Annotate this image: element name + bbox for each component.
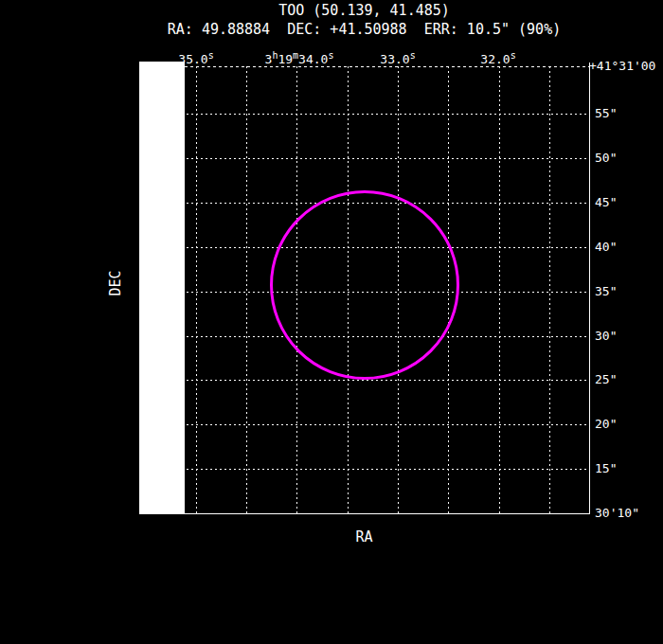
finding-chart: TOO (50.139, 41.485) RA: 49.88884 DEC: +… bbox=[0, 0, 663, 644]
y-tick-label: 25" bbox=[595, 373, 617, 386]
plot-frame-top bbox=[139, 66, 589, 67]
plot-frame-right bbox=[589, 63, 590, 514]
y-tick-label: 30'10" bbox=[595, 507, 639, 520]
grid-line-vertical bbox=[246, 66, 247, 513]
error-circle bbox=[270, 190, 459, 380]
y-tick-label: 40" bbox=[595, 241, 617, 254]
grid-line-horizontal bbox=[139, 114, 589, 115]
grid-line-vertical bbox=[549, 66, 550, 513]
y-tick-label: 55" bbox=[595, 107, 617, 120]
image-nodata-band bbox=[139, 62, 185, 514]
x-axis-title: RA bbox=[139, 528, 589, 546]
y-tick-label: 35" bbox=[595, 285, 617, 298]
y-tick-label: 30" bbox=[595, 330, 617, 343]
grid-line-vertical bbox=[196, 66, 197, 513]
grid-line-vertical bbox=[499, 66, 500, 513]
chart-title: TOO (50.139, 41.485) bbox=[139, 2, 589, 19]
plot-frame-bottom bbox=[139, 513, 590, 514]
x-tick-label-33s: 33.0s bbox=[380, 48, 415, 66]
y-tick-label: +41°31'00 bbox=[589, 60, 655, 73]
grid-line-horizontal bbox=[139, 380, 589, 381]
grid-line-horizontal bbox=[139, 158, 589, 159]
x-tick-label-3h19m34s: 3h19m34.0s bbox=[265, 48, 334, 66]
y-tick-label: 15" bbox=[595, 462, 617, 475]
chart-subtitle: RA: 49.88884 DEC: +41.50988 ERR: 10.5" (… bbox=[139, 21, 589, 38]
grid-line-horizontal bbox=[139, 469, 589, 470]
y-axis-title: DEC bbox=[107, 262, 124, 304]
y-tick-label: 50" bbox=[595, 152, 617, 165]
y-tick-label: 45" bbox=[595, 196, 617, 209]
grid-line-horizontal bbox=[139, 424, 589, 425]
y-tick-label: 20" bbox=[595, 418, 617, 431]
x-tick-label-32s: 32.0s bbox=[480, 48, 515, 66]
